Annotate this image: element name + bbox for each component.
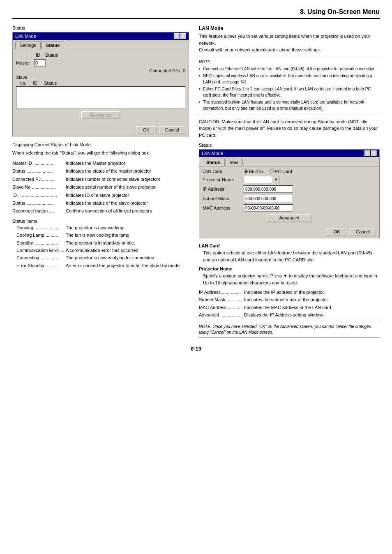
link-mode-footer: OK Cancel — [13, 125, 189, 136]
caution-block: CAUTION: Make sure that the LAN card is … — [199, 118, 380, 139]
advanced-button[interactable]: Advanced — [267, 214, 312, 222]
advanced-btn-row: Advanced — [203, 214, 376, 222]
tab-settings[interactable]: Settings — [15, 42, 41, 49]
note-item-3: Either PC Card Slots 1 or 2 can accept L… — [199, 86, 380, 98]
subnet-mask-label: Subnet Mask — [203, 196, 244, 201]
page-header: 8. Using On-Screen Menu — [12, 8, 380, 19]
ip-address-row: IP Address — [203, 185, 376, 193]
titlebar-buttons: ? ✕ — [174, 33, 186, 39]
def-row-master-id: Master ID ................ Indicates the… — [12, 160, 189, 166]
lan-dialog-footer: OK Cancel — [199, 226, 379, 238]
lan-cancel-button[interactable]: Cancel — [350, 228, 376, 235]
master-id-input[interactable] — [34, 59, 46, 67]
lan-close-button[interactable]: ✕ — [371, 150, 377, 156]
connected-value: 0 — [183, 68, 185, 73]
right-def-advanced: Advanced .................. Displays the… — [199, 312, 380, 318]
builtin-label: Built-in — [249, 169, 263, 174]
builtin-radio[interactable]: Built-in — [244, 169, 263, 174]
right-def-subnet: Subnet Mask ............ Indicates the s… — [199, 297, 380, 303]
def-row-connected-pj: Connected PJ .......... Indicates number… — [12, 176, 189, 182]
lan-card-row: LAN Card Built-in PC Card — [203, 169, 376, 174]
lan-mode-desc: This feature allows you to set various s… — [199, 33, 380, 53]
link-mode-titlebar: Link Mode ? ✕ — [13, 32, 189, 40]
status-item-cooling: Cooling Lamp .......... The fan is now c… — [12, 232, 189, 238]
status-label-2: Status — [199, 143, 380, 148]
help-button[interactable]: ? — [174, 33, 180, 39]
tab-status[interactable]: Status — [42, 42, 65, 49]
status-item-error-standby: Error Standby .......... An error caused… — [12, 263, 189, 269]
projector-name-label: Projector Name — [203, 177, 244, 182]
mac-address-label: MAC Address — [203, 205, 244, 210]
page-number: 8-19 — [12, 346, 380, 352]
pccard-radio[interactable]: PC Card — [270, 169, 292, 174]
status-items-section: Status items Running ...................… — [12, 219, 189, 269]
lan-dialog-titlebar: LAN Mode ? ✕ — [199, 150, 379, 157]
ok-button[interactable]: OK — [136, 126, 157, 134]
dialog-description: Displaying Current Status of Link Mode W… — [12, 141, 189, 156]
lan-mode-title: LAN Mode — [199, 25, 380, 31]
dialog-tabs: Settings Status — [13, 40, 189, 49]
right-def-ip: IP Address ............... Indicates the… — [199, 289, 380, 295]
link-mode-body: ID Status Master Connected PJs: 0 — [13, 49, 189, 125]
ip-address-label: IP Address — [203, 187, 244, 192]
slave-id-header: ID — [33, 81, 37, 85]
definition-list: Master ID ................ Indicates the… — [12, 160, 189, 215]
close-button[interactable]: ✕ — [180, 33, 186, 39]
subnet-mask-row: Subnet Mask — [203, 195, 376, 202]
projector-name-input[interactable] — [244, 176, 272, 183]
lan-titlebar-buttons: ? ✕ — [364, 150, 377, 156]
projector-name-row: Projector Name ▼ — [203, 176, 376, 183]
master-label: Master — [16, 60, 34, 65]
projector-name-section-title: Projector Name — [199, 266, 380, 271]
mac-address-input — [244, 204, 293, 212]
status-items-label: Status items — [12, 219, 189, 224]
lan-ok-button[interactable]: OK — [327, 228, 347, 235]
mac-address-row: MAC Address — [203, 204, 376, 212]
subnet-mask-input[interactable] — [244, 195, 293, 202]
link-mode-title: Link Mode — [15, 34, 36, 39]
tab-lan-status[interactable]: Status — [202, 159, 225, 166]
projector-name-desc: Specify a unique projector name. Press ▼… — [199, 272, 380, 286]
def-row-slave-no: Slave No ................... Indicates s… — [12, 184, 189, 190]
cancel-button[interactable]: Cancel — [159, 126, 185, 134]
note-list: Connect an Ethernet LAN cable to the LAN… — [199, 66, 380, 111]
def-row-status1: Status ...................... Indicates … — [12, 168, 189, 174]
status-column-header: Status — [45, 53, 58, 58]
lan-help-button[interactable]: ? — [364, 150, 370, 156]
note-item-4: The standard built-in LAN feature and a … — [199, 99, 380, 111]
projector-name-input-group: ▼ — [244, 176, 280, 183]
connected-label: Connected PJs: — [149, 68, 181, 73]
status-item-running: Running ................... The projecto… — [12, 225, 189, 231]
status-item-comm-error: Communication Error ... A communication … — [12, 247, 189, 254]
id-column-header: ID — [36, 53, 40, 58]
note-item-2: NEC's optional wireless LAN card is avai… — [199, 73, 380, 85]
lan-dialog-body: LAN Card Built-in PC Card — [199, 166, 379, 226]
status-item-standby: Standby .................... The project… — [12, 240, 189, 246]
note-label: NOTE: — [199, 59, 380, 65]
reconnect-button[interactable]: Reconnect — [81, 111, 120, 119]
status-item-connecting: Connecting ............... The projector… — [12, 255, 189, 261]
left-column: Status Link Mode ? ✕ Settings Status — [12, 25, 189, 337]
ip-address-input[interactable] — [244, 185, 293, 193]
slave-status-header: Status — [44, 81, 57, 85]
lan-dialog-tabs: Status Mail — [199, 157, 379, 166]
link-mode-dialog: Link Mode ? ✕ Settings Status ID Status — [12, 32, 189, 136]
lan-dialog-title: LAN Mode — [202, 151, 223, 156]
lan-mode-dialog: LAN Mode ? ✕ Status Mail LAN Card — [199, 149, 380, 238]
lan-card-section-title: LAN Card — [199, 243, 380, 248]
right-def-list: IP Address ............... Indicates the… — [199, 289, 380, 319]
tab-lan-mail[interactable]: Mail — [226, 159, 243, 166]
lan-card-desc: This option selects to use either LAN fe… — [199, 249, 380, 263]
bottom-note: NOTE: Once you have selected "OK" on the… — [199, 322, 380, 337]
lan-card-radio-group: Built-in PC Card — [244, 169, 292, 174]
slave-no-header: No. — [19, 81, 26, 85]
pccard-radio-btn[interactable] — [270, 169, 274, 173]
builtin-radio-btn[interactable] — [244, 169, 248, 173]
right-column: LAN Mode This feature allows you to set … — [199, 25, 380, 337]
def-row-reconnect: Reconnect button .... Confirms connectio… — [12, 208, 189, 214]
def-row-status2: Status ...................... Indicates … — [12, 200, 189, 206]
def-row-id: ID ............................... Indic… — [12, 192, 189, 199]
projector-name-dropdown[interactable]: ▼ — [272, 176, 280, 183]
note-item-1: Connect an Ethernet LAN cable to the LAN… — [199, 66, 380, 72]
pccard-label: PC Card — [275, 169, 292, 174]
